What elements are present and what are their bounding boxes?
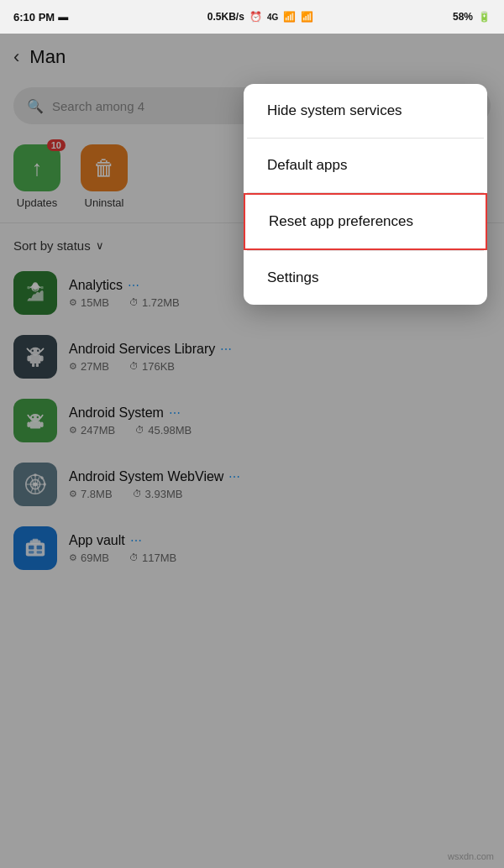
network-speed: 0.5KB/s xyxy=(207,11,244,23)
menu-item-reset-prefs[interactable]: Reset app preferences xyxy=(244,193,487,250)
menu-item-settings[interactable]: Settings xyxy=(244,251,487,305)
menu-item-default-apps[interactable]: Default apps xyxy=(244,139,487,192)
dropdown-menu: Hide system services Default apps Reset … xyxy=(244,84,487,305)
signal-icon: 📶 xyxy=(283,11,296,23)
alarm-icon: ⏰ xyxy=(249,11,262,23)
data-icon: 4G xyxy=(267,13,278,22)
battery-icon: 🔋 xyxy=(478,11,491,23)
time-display: 6:10 PM xyxy=(13,11,55,24)
status-bar-center: 0.5KB/s ⏰ 4G 📶 📶 xyxy=(207,11,313,23)
status-bar-right: 58% 🔋 xyxy=(453,11,491,23)
status-bar: 6:10 PM ▬ 0.5KB/s ⏰ 4G 📶 📶 58% 🔋 xyxy=(0,0,504,34)
sim-icon: ▬ xyxy=(58,11,68,23)
battery-display: 58% xyxy=(453,11,473,23)
status-bar-left: 6:10 PM ▬ xyxy=(13,11,68,24)
wifi-icon: 📶 xyxy=(301,11,313,23)
menu-item-hide-system[interactable]: Hide system services xyxy=(244,84,487,138)
